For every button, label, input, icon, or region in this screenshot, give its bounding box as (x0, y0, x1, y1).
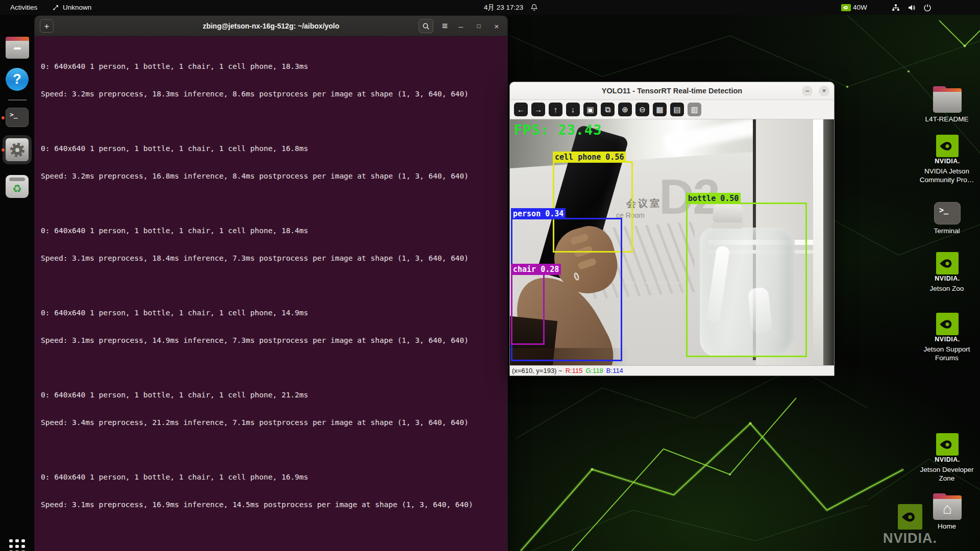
settings-gear-icon (6, 138, 29, 161)
dock: ? >_ ♻ (0, 15, 34, 551)
terminal-icon: >_ (6, 108, 29, 127)
help-icon: ? (6, 68, 29, 91)
app-indicator[interactable]: Unknown (49, 0, 94, 15)
menu-button[interactable]: ≡ (442, 20, 448, 32)
detection-line: 0: 640x640 1 person, 1 bottle, 1 chair, … (41, 144, 501, 153)
desktop-icon[interactable]: ⌂ >_ Terminal (917, 199, 978, 235)
close-button[interactable]: × (819, 86, 829, 96)
trash-icon: ♻ (6, 175, 29, 198)
power-mode-label: 40W (853, 4, 867, 11)
desktop-icon-column: ⌂ >_ L4T-README ⌂ NVIDIA. >_ NVIDIA Jet (917, 0, 978, 551)
detection-line: 0: 640x640 1 person, 1 bottle, 1 chair, … (41, 62, 501, 71)
pan-right-button[interactable]: → (531, 103, 545, 116)
terminal-output: 0: 640x640 1 person, 1 bottle, 1 chair, … (41, 43, 501, 551)
desktop-icon-label: Jetson Support Forums (917, 345, 977, 362)
yolo-titlebar[interactable]: YOLO11 - TensorRT Real-time Detection – … (510, 82, 834, 100)
zoom-region-button[interactable]: ⧉ (601, 103, 615, 116)
search-icon (422, 22, 430, 30)
inference-record: 0: 640x640 1 person, 1 bottle, 1 chair, … (41, 290, 501, 363)
show-applications-button[interactable] (0, 539, 34, 551)
fps-counter: FPS: 23.43 (514, 122, 602, 138)
detection-label: chair 0.28 (511, 264, 561, 275)
toolbar-button-icon: ↓ (571, 105, 575, 114)
app-indicator-icon (52, 4, 59, 11)
bell-icon (530, 4, 538, 11)
desktop-icon[interactable]: ⌂ >_ Home (917, 493, 978, 531)
desktop-icon[interactable]: ⌂ >_ L4T-README (917, 86, 978, 123)
detection-box-chair: chair 0.28 (511, 273, 545, 345)
search-button[interactable] (419, 19, 433, 33)
maximize-button[interactable]: □ (474, 22, 483, 30)
speed-line: Speed: 3.1ms preprocess, 18.4ms inferenc… (41, 254, 501, 263)
pan-left-button[interactable]: ← (514, 103, 528, 116)
nvidia-eye-icon: NVIDIA. (917, 313, 978, 343)
detection-label: cell phone 0.56 (553, 152, 626, 163)
desktop-icon[interactable]: ⌂ NVIDIA. >_ NVIDIA Jetson Community Pro… (917, 135, 978, 184)
new-tab-button[interactable]: + (40, 19, 54, 33)
detection-line: 0: 640x640 1 person, 1 bottle, 1 chair, … (41, 390, 501, 399)
inference-record: 0: 640x640 1 person, 1 bottle, 1 chair, … (41, 208, 501, 281)
desktop-icon[interactable]: ⌂ NVIDIA. >_ Jetson Developer Zone (917, 433, 978, 483)
folder-icon: ⌂ (917, 497, 978, 520)
nvidia-eye-icon: NVIDIA. (917, 252, 978, 282)
nvidia-brand-label: NVIDIA. (935, 158, 960, 165)
speed-line: Speed: 3.2ms preprocess, 18.3ms inferenc… (41, 89, 501, 98)
inference-record: 0: 640x640 1 person, 1 bottle, 1 chair, … (41, 372, 501, 445)
display-properties-button[interactable]: ▥ (688, 103, 701, 116)
save-image-button[interactable]: ▦ (653, 103, 667, 116)
toolbar-button-icon: ⊖ (639, 105, 646, 114)
desktop-icon-label: Jetson Developer Zone (917, 465, 977, 483)
system-status-area[interactable]: 40W (841, 0, 932, 15)
desktop-icon-label: Home (917, 522, 977, 531)
minimize-button[interactable]: – (802, 86, 813, 96)
zoom-out-button[interactable]: ⊖ (635, 103, 649, 116)
minimize-button[interactable]: – (456, 22, 465, 31)
terminal-window: + zbing@jetson-nx-16g-512g: ~/aibox/yolo… (34, 15, 508, 551)
nvidia-brand-label: NVIDIA. (935, 456, 960, 463)
desktop-icon-label: Jetson Zoo (917, 284, 977, 293)
nvidia-brand-label: NVIDIA. (935, 275, 960, 282)
terminal-headerbar[interactable]: + zbing@jetson-nx-16g-512g: ~/aibox/yolo… (35, 16, 507, 36)
toolbar-button-icon: ▤ (673, 105, 680, 114)
dock-item-settings[interactable] (0, 135, 34, 165)
clock-label: 4月 23 17:23 (484, 3, 523, 12)
pan-up-button[interactable]: ↑ (549, 103, 562, 116)
nvidia-brand-label: NVIDIA. (935, 336, 960, 343)
bright-light-strip (813, 119, 823, 365)
desktop-icon[interactable]: ⌂ NVIDIA. >_ Jetson Support Forums (917, 313, 978, 362)
yolo-detection-window: YOLO11 - TensorRT Real-time Detection – … (509, 82, 835, 376)
dock-item-help[interactable]: ? (0, 68, 34, 91)
detection-line: 0: 640x640 1 person, 1 bottle, 1 chair, … (41, 308, 501, 317)
toolbar-button-icon: ↑ (554, 105, 558, 114)
dock-item-terminal[interactable]: >_ (0, 108, 34, 128)
top-bar: Activities Unknown 4月 23 17:23 40W (0, 0, 980, 15)
dock-item-trash[interactable]: ♻ (0, 175, 34, 199)
toolbar-button-icon: ▥ (691, 105, 698, 114)
pixel-red-value: R:115 (566, 367, 583, 374)
power-icon (923, 4, 932, 12)
pan-down-button[interactable]: ↓ (566, 103, 580, 116)
copy-clipboard-button[interactable]: ▤ (670, 103, 684, 116)
terminal-screen[interactable]: 0: 640x640 1 person, 1 bottle, 1 chair, … (35, 36, 507, 551)
speed-line: Speed: 3.1ms preprocess, 14.9ms inferenc… (41, 336, 501, 345)
app-indicator-label: Unknown (63, 4, 91, 11)
desktop-icon[interactable]: ⌂ NVIDIA. >_ Jetson Zoo (917, 252, 978, 293)
terminal-desktop-icon: >_ (917, 199, 978, 224)
zoom-original-button[interactable]: ▣ (583, 103, 597, 116)
running-indicator-dot (2, 148, 5, 152)
zoom-in-button[interactable]: ⊕ (618, 103, 632, 116)
activities-button[interactable]: Activities (7, 0, 40, 15)
pixel-green-value: G:118 (585, 367, 603, 374)
nvidia-eye-icon: NVIDIA. (917, 433, 978, 463)
toolbar-button-icon: ⧉ (605, 105, 610, 114)
nvidia-eye-icon: NVIDIA. (917, 135, 978, 165)
dock-item-files[interactable] (0, 36, 34, 60)
yolo-window-title: YOLO11 - TensorRT Real-time Detection (510, 87, 834, 95)
detection-label: bottle 0.50 (686, 193, 741, 204)
camera-view[interactable]: D2 会议室 ce Room cell phone 0.56 (510, 119, 835, 365)
clock-menu[interactable]: 4月 23 17:23 (481, 0, 541, 15)
close-button[interactable]: × (492, 22, 501, 31)
desktop-icon-label: Terminal (917, 227, 977, 235)
inference-record: 0: 640x640 1 person, 1 bottle, 1 chair, … (41, 536, 501, 551)
show-applications-grid-icon (9, 539, 25, 551)
